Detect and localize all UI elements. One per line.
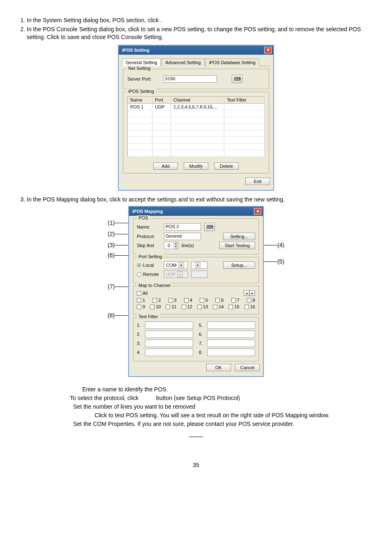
col-port[interactable]: Port <box>152 96 171 103</box>
filter-input-7[interactable] <box>207 340 255 347</box>
ch-16[interactable]: 16 <box>244 304 255 309</box>
ch-13[interactable]: 13 <box>197 304 208 309</box>
ch-2[interactable]: 2 <box>152 298 161 303</box>
ch-label: 16 <box>250 304 255 309</box>
ch-5[interactable]: 5 <box>200 298 208 303</box>
skip-label: Skip first <box>137 243 161 248</box>
skip-spinner[interactable]: 0 ▲▼ <box>164 242 178 249</box>
name-input[interactable]: POS 2 <box>164 223 201 231</box>
ch-label: 2 <box>158 298 161 303</box>
ipos-mapping-title: iPOS Mapping <box>132 209 163 214</box>
com-dropdown[interactable]: COM▾ <box>164 261 188 269</box>
protocol-label: Protocol: <box>137 234 161 239</box>
tab-database[interactable]: iPOS Database Setting <box>205 58 259 66</box>
step-3: In the POS Mapping dialog box, click to … <box>27 196 376 204</box>
port-setting-fieldset: Port Setting Local COM▾ ▾ Setup... Remot… <box>133 257 259 283</box>
filter-num: 8. <box>199 350 204 355</box>
setup-button[interactable]: Setup... <box>223 261 255 269</box>
cell-channel: 1,2,3,4,5,6,7,8,9,10,... <box>171 103 224 110</box>
ch-4[interactable]: 4 <box>184 298 192 303</box>
close-icon[interactable]: ✕ <box>254 208 261 215</box>
filter-input-6[interactable] <box>207 331 255 338</box>
start-testing-button[interactable]: Start Testing <box>219 242 255 249</box>
filter-num: 7. <box>199 341 204 346</box>
ch-7[interactable]: 7 <box>231 298 240 303</box>
close-icon[interactable]: ✕ <box>264 47 272 53</box>
cancel-button[interactable]: Cancel <box>235 364 260 371</box>
local-radio[interactable]: Local <box>137 263 161 268</box>
local-label: Local <box>143 263 154 268</box>
all-checkbox[interactable]: All <box>137 291 148 296</box>
ch-3[interactable]: 3 <box>168 298 177 303</box>
page-left-icon[interactable]: ◂ <box>244 290 249 296</box>
ch-8[interactable]: 8 <box>247 298 255 303</box>
ch-12[interactable]: 12 <box>182 304 192 309</box>
filter-input-5[interactable] <box>207 321 255 329</box>
chevron-down-icon: ▾ <box>178 262 184 268</box>
table-row[interactable]: POS 1 UDP 1,2,3,4,5,6,7,8,9,10,... <box>128 103 265 110</box>
desc-2b: button (see Setup POS Protocol) <box>156 395 240 401</box>
page-number: 35 <box>16 462 376 468</box>
ch-11[interactable]: 11 <box>166 304 176 309</box>
filter-input-3[interactable] <box>145 340 193 347</box>
ok-button[interactable]: OK <box>206 364 231 371</box>
ch-1[interactable]: 1 <box>137 298 145 303</box>
filter-num: 3. <box>137 341 142 346</box>
protocol-input[interactable]: General <box>164 233 201 240</box>
ch-label: 4 <box>190 298 192 303</box>
ch-label: 14 <box>219 304 224 309</box>
cell-filter <box>224 103 265 110</box>
map-legend: Map to Channel <box>137 283 172 288</box>
filter-input-1[interactable] <box>145 321 193 329</box>
annot-4: (4) <box>277 242 284 248</box>
remote-radio[interactable]: Remote <box>137 272 161 277</box>
add-button[interactable]: Add <box>153 162 178 170</box>
pos-table: Name Port Channel Text Filter POS 1 UDP … <box>127 96 265 157</box>
annot-6: (6) <box>108 252 115 259</box>
chevron-down-icon: ▾ <box>195 262 201 268</box>
filter-input-4[interactable] <box>145 349 193 356</box>
page-right-icon[interactable]: ▸ <box>249 290 255 296</box>
annot-8: (8) <box>108 312 115 319</box>
spinner-down-icon[interactable]: ▼ <box>174 245 178 249</box>
pos-legend: POS <box>137 215 150 220</box>
modify-button[interactable]: Modify <box>184 162 208 170</box>
col-channel[interactable]: Channel <box>171 96 224 103</box>
filter-input-2[interactable] <box>145 331 193 338</box>
ch-6[interactable]: 6 <box>215 298 224 303</box>
keyboard-icon-button[interactable]: ⌨ <box>232 75 242 83</box>
ch-15[interactable]: 15 <box>228 304 239 309</box>
ch-14[interactable]: 14 <box>213 304 224 309</box>
port-legend: Port Setting <box>137 254 164 259</box>
tab-general[interactable]: General Setting <box>122 58 161 66</box>
divider <box>189 437 203 437</box>
annot-2: (2) <box>108 231 115 237</box>
ipos-setting-titlebar: iPOS Setting ✕ <box>119 46 273 55</box>
remote-label: Remote <box>143 272 159 277</box>
chevron-down-icon: ▾ <box>177 271 183 277</box>
net-setting-fieldset: Net Setting Server Port: 5150 ⌨ <box>123 69 269 89</box>
ipos-setting-title: iPOS Setting <box>122 48 150 53</box>
ch-9[interactable]: 9 <box>137 304 145 309</box>
filter-input-8[interactable] <box>207 349 255 356</box>
filter-num: 5. <box>199 323 204 328</box>
ipos-setting-fieldset: iPOS Setting Name Port Channel Text Filt… <box>123 92 269 173</box>
tab-advanced[interactable]: Advanced Setting <box>161 58 204 66</box>
delete-button[interactable]: Delete <box>214 162 239 170</box>
filter-num: 1. <box>137 323 142 328</box>
keyboard-icon-button[interactable]: ⌨ <box>204 223 215 231</box>
col-filter[interactable]: Text Filter <box>224 96 265 103</box>
ch-10[interactable]: 10 <box>150 304 161 309</box>
cell-name: POS 1 <box>128 103 152 110</box>
exit-button[interactable]: Exit <box>245 178 270 185</box>
server-port-input[interactable]: 5150 <box>164 75 217 83</box>
ch-label: 7 <box>237 298 240 303</box>
setting-button[interactable]: Setting... <box>223 233 255 240</box>
com-num-dropdown[interactable]: ▾ <box>191 261 208 269</box>
col-name[interactable]: Name <box>128 96 152 103</box>
ch-label: 13 <box>203 304 208 309</box>
cell-port: UDP <box>152 103 171 110</box>
spinner-up-icon[interactable]: ▲ <box>174 242 178 245</box>
ch-label: 11 <box>171 304 176 309</box>
ch-label: 6 <box>221 298 224 303</box>
